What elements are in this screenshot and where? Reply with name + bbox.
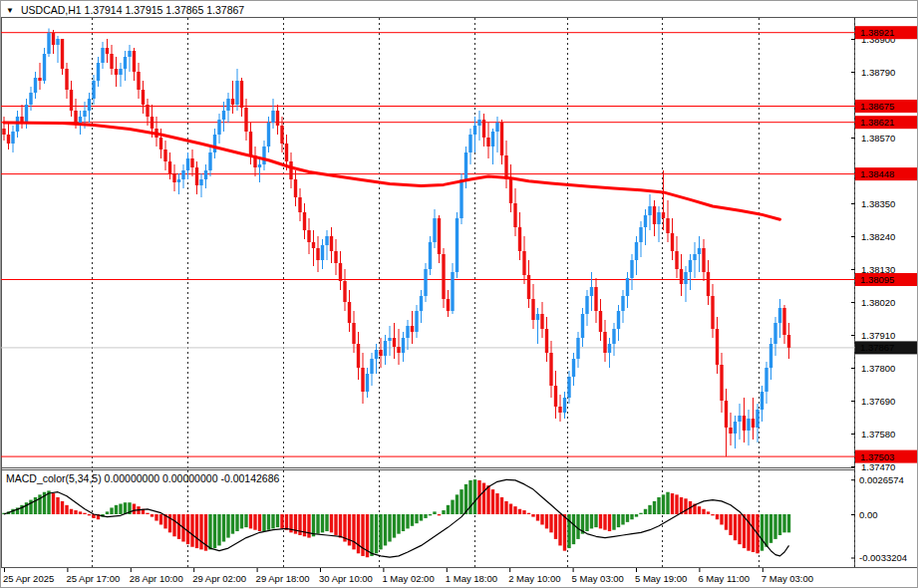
macd-histogram-bar <box>621 514 624 524</box>
macd-histogram-bar <box>195 514 198 548</box>
candle-body <box>177 179 180 182</box>
macd-histogram-bar <box>110 507 113 514</box>
macd-histogram-bar <box>554 514 557 539</box>
candle-body <box>249 132 252 155</box>
macd-histogram-bar <box>357 514 360 553</box>
macd-histogram-bar <box>79 511 82 514</box>
candle-body <box>366 374 369 392</box>
macd-histogram-bar <box>612 514 615 530</box>
symbol-dropdown-icon[interactable]: ▼ <box>6 6 14 15</box>
candle-body <box>451 272 454 311</box>
candle-body <box>339 263 342 281</box>
macd-histogram-bar <box>429 514 432 515</box>
candle-body <box>599 311 602 332</box>
macd-histogram-bar <box>83 513 86 514</box>
macd-histogram-bar <box>698 506 701 514</box>
candle-body <box>119 69 122 75</box>
price-axis-label: 1.38570 <box>861 133 895 144</box>
macd-histogram-bar <box>199 514 202 549</box>
candle-body <box>522 251 525 275</box>
macd-histogram-bar <box>765 514 767 547</box>
macd-histogram-bar <box>424 514 427 518</box>
macd-histogram-bar <box>339 514 342 538</box>
candle-body <box>411 326 414 332</box>
candle-body <box>181 170 184 179</box>
price-level-tag-label: 1.38921 <box>860 27 894 38</box>
candle-body <box>617 311 620 329</box>
macd-histogram-bar <box>585 514 588 531</box>
macd-histogram-bar <box>253 514 256 530</box>
candle-body <box>137 72 140 90</box>
candle-body <box>361 368 364 392</box>
macd-histogram-bar <box>509 504 512 514</box>
macd-histogram-bar <box>603 514 606 530</box>
candle-body <box>644 215 647 227</box>
candle-body <box>531 299 534 320</box>
price-level-tag-label: 1.38621 <box>860 117 894 128</box>
macd-histogram-bar <box>438 514 441 515</box>
candle-body <box>545 329 548 353</box>
candle-body <box>106 48 109 54</box>
candle-body <box>204 170 207 179</box>
candle-body <box>88 99 91 111</box>
macd-histogram-bar <box>133 504 136 514</box>
candle-body <box>442 254 445 299</box>
macd-histogram-bar <box>307 514 310 538</box>
macd-histogram-bar <box>513 506 516 514</box>
macd-histogram-bar <box>639 513 642 514</box>
macd-histogram-bar <box>451 500 454 514</box>
candle-body <box>734 422 737 434</box>
candle-body <box>231 99 234 105</box>
candle-body <box>420 296 423 311</box>
candle-body <box>500 123 503 155</box>
candle-body <box>43 54 46 81</box>
candle-body <box>384 341 387 356</box>
candle-body <box>406 326 409 338</box>
candle-body <box>74 111 77 123</box>
macd-histogram-bar <box>761 514 764 551</box>
candle-body <box>603 332 606 353</box>
candle-body <box>370 359 373 374</box>
candle-body <box>666 218 669 233</box>
time-axis-label: 5 May 03:00 <box>572 573 624 584</box>
macd-histogram-bar <box>352 514 355 549</box>
candle-body <box>325 236 328 245</box>
candle-body <box>675 251 678 269</box>
macd-histogram-bar <box>154 514 157 521</box>
candle-body <box>151 117 153 129</box>
candle-body <box>25 105 28 123</box>
candle-body <box>213 135 216 152</box>
macd-histogram-bar <box>397 514 400 534</box>
macd-histogram-bar <box>630 514 633 519</box>
candle-body <box>747 419 750 431</box>
macd-histogram-bar <box>74 510 77 514</box>
macd-histogram-bar <box>433 511 436 514</box>
candle-body <box>79 117 82 123</box>
candle-body <box>262 147 265 164</box>
macd-histogram-bar <box>442 510 445 514</box>
macd-histogram-bar <box>773 514 776 539</box>
macd-histogram-bar <box>244 514 247 527</box>
macd-histogram-bar <box>177 514 180 539</box>
price-level-tag-label: 1.38675 <box>860 101 894 112</box>
macd-histogram-bar <box>115 505 118 514</box>
macd-histogram-bar <box>711 514 714 515</box>
candle-body <box>186 158 189 170</box>
macd-histogram-bar <box>558 514 561 545</box>
macd-histogram-bar <box>576 514 579 539</box>
macd-histogram-bar <box>384 514 387 545</box>
macd-histogram-bar <box>752 514 755 552</box>
macd-histogram-bar <box>375 514 378 553</box>
price-axis-label: 1.38240 <box>861 231 895 242</box>
macd-histogram-bar <box>747 514 750 551</box>
macd-histogram-bar <box>545 514 548 528</box>
candle-body <box>83 111 86 117</box>
candle-body <box>698 248 701 254</box>
candle-body <box>330 236 333 251</box>
macd-histogram-bar <box>420 514 423 521</box>
macd-histogram-bar <box>540 514 543 524</box>
candle-body <box>429 242 432 269</box>
chart-canvas[interactable]: 1.389001.387901.385701.383501.382401.381… <box>1 1 918 588</box>
candle-body <box>343 281 346 302</box>
macd-histogram-bar <box>662 494 665 514</box>
